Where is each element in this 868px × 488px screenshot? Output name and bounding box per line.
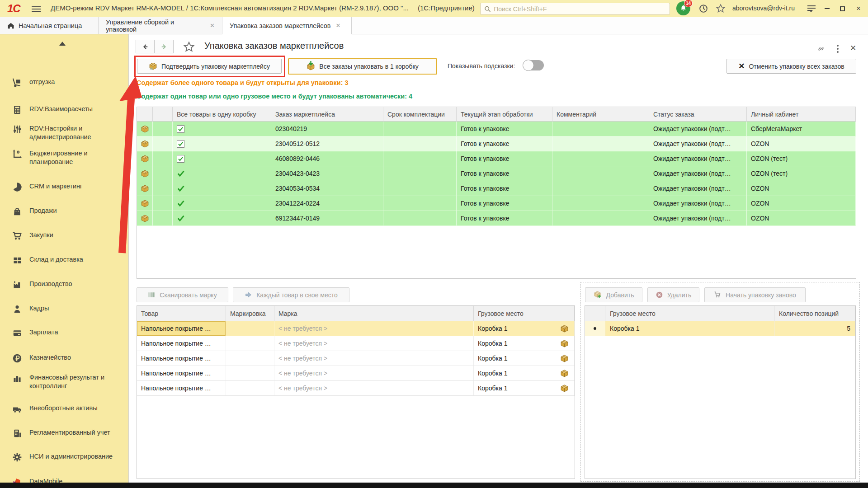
column-header[interactable]: Все товары в одну коробку <box>173 107 271 121</box>
tab-assembly[interactable]: Управление сборкой и упаковкой ✕ <box>99 17 222 34</box>
close-tab-icon[interactable]: ✕ <box>210 22 215 29</box>
sidebar-item-regulated[interactable]: Регламентированный учет <box>0 428 129 438</box>
item-row[interactable]: Напольное покрытие … < не требуется > Ко… <box>137 351 575 366</box>
window-title: ДЕМО-режим RDV Маркет RM-KA-MODEL / 1С:К… <box>51 4 475 12</box>
auto-pack-checkmark-icon <box>177 169 185 178</box>
minimize-button[interactable] <box>821 4 833 14</box>
get-link-icon[interactable] <box>816 44 826 53</box>
item-row[interactable]: Напольное покрытие … < не требуется > Ко… <box>137 381 575 396</box>
tab-packing[interactable]: Упаковка заказов маркетплейсов ✕ <box>222 17 352 34</box>
success-message: Содержат один товар или одно грузовое ме… <box>137 93 412 100</box>
order-row[interactable]: 23040512-0512 Готов к упаковке Ожидает у… <box>137 136 856 151</box>
column-header[interactable]: Личный кабинет <box>747 107 856 121</box>
close-window-button[interactable]: × <box>853 4 864 14</box>
sidebar-item-rdv-admin[interactable]: RDV:Настройки и администрирование <box>0 124 129 141</box>
cancel-all-packing-button[interactable]: ✕ Отменить упаковку всех заказов <box>726 59 856 74</box>
search-input[interactable] <box>494 5 666 13</box>
sidebar-item-purchases[interactable]: Закупки <box>0 231 129 241</box>
column-header[interactable]: Грузовое место <box>605 306 774 321</box>
sidebar-item-assets[interactable]: Внеоборотные активы <box>0 404 129 414</box>
restart-packing-button[interactable]: Начать упаковку заново <box>704 287 806 302</box>
user-email: aborovtsova@rdv-it.ru <box>732 5 795 12</box>
sidebar-item-otgruzka[interactable]: отгрузка <box>0 78 129 88</box>
pack-all-one-box-button[interactable]: Все заказы упаковать в 1 коробку <box>288 58 437 75</box>
grid-icon <box>12 255 22 265</box>
tab-home[interactable]: Начальная страница <box>0 17 99 34</box>
column-header[interactable]: Статус заказа <box>649 107 747 121</box>
item-row[interactable]: Напольное покрытие … < не требуется > Ко… <box>137 321 575 336</box>
global-search[interactable] <box>480 3 670 15</box>
sidebar-item-crm[interactable]: CRM и маркетинг <box>0 182 129 192</box>
orders-table: Все товары в одну коробку Заказ маркетпл… <box>137 107 856 279</box>
view-settings-icon[interactable] <box>807 5 816 12</box>
sliders-icon <box>12 124 22 134</box>
column-header[interactable]: Количество позиций <box>774 306 855 321</box>
box-green-arrow-icon <box>307 62 315 71</box>
box-icon <box>137 181 153 196</box>
order-row[interactable]: 23040534-0534 Готов к упаковке Ожидает у… <box>137 181 856 196</box>
favorites-star-icon[interactable] <box>716 4 726 14</box>
calculator-icon <box>12 105 22 115</box>
sidebar-item-sales[interactable]: Продажи <box>0 206 129 216</box>
item-row[interactable]: Напольное покрытие … < не требуется > Ко… <box>137 366 575 381</box>
sidebar-item-budgeting[interactable]: Бюджетирование и планирование <box>0 149 129 166</box>
datamobile-logo-icon <box>12 477 22 483</box>
person-icon <box>12 304 22 314</box>
scan-mark-button[interactable]: Сканировать марку <box>137 287 228 302</box>
more-menu-icon[interactable] <box>836 45 839 53</box>
package-row[interactable]: Коробка 1 5 <box>585 321 855 336</box>
column-header[interactable]: Комментарий <box>552 107 649 121</box>
sidebar-item-production[interactable]: Производство <box>0 280 129 290</box>
application-window: 1С ДЕМО-режим RDV Маркет RM-KA-MODEL / 1… <box>0 0 868 488</box>
sidebar-item-hr[interactable]: Кадры <box>0 304 129 314</box>
sidebar-item-datamobile[interactable]: DataMobile <box>0 477 129 483</box>
all-in-one-checkbox[interactable] <box>177 140 184 148</box>
sidebar-item-treasury[interactable]: Казначейство <box>0 353 129 363</box>
cash-register-icon <box>12 428 22 438</box>
column-header[interactable]: Срок комплектации <box>383 107 457 121</box>
confirm-packing-button[interactable]: Подтвердить упаковку маркетплейсу <box>137 59 282 74</box>
all-in-one-checkbox[interactable] <box>177 155 184 163</box>
column-header[interactable]: Товар <box>137 306 226 321</box>
item-row[interactable]: Напольное покрытие … < не требуется > Ко… <box>137 336 575 351</box>
hints-toggle[interactable] <box>523 60 544 70</box>
column-header[interactable]: Грузовое место <box>474 306 554 321</box>
back-button[interactable] <box>136 40 155 53</box>
order-row[interactable]: 69123447-0149 Готов к упаковке Ожидает у… <box>137 211 856 226</box>
show-hints-label: Показывать подсказки: <box>448 62 515 70</box>
sidebar-item-nsi[interactable]: НСИ и администрирование <box>0 452 129 462</box>
sidebar-scroll-up-icon[interactable] <box>59 38 66 46</box>
order-row[interactable]: 023040219 Готов к упаковке Ожидает упако… <box>137 122 856 136</box>
sidebar-item-salary[interactable]: Зарплата <box>0 328 129 338</box>
1c-logo: 1С <box>7 2 20 15</box>
sections-sidebar: отгрузка RDV:Взаиморасчеты RDV:Настройки… <box>0 34 129 483</box>
main-menu-icon[interactable] <box>32 5 41 12</box>
add-package-button[interactable]: Добавить <box>585 287 642 302</box>
history-icon[interactable] <box>698 4 708 14</box>
box-icon <box>137 136 153 151</box>
sidebar-item-warehouse[interactable]: Склад и доставка <box>0 255 129 265</box>
notifications-bell-icon[interactable]: 14 <box>676 1 690 15</box>
column-header[interactable]: Текущий этап обработки <box>457 107 552 121</box>
restore-button[interactable] <box>836 4 848 14</box>
column-header[interactable]: Заказ маркетплейса <box>271 107 383 121</box>
each-item-own-place-button[interactable]: Каждый товар в свое место <box>233 287 349 302</box>
order-row[interactable]: 23041224-0224 Готов к упаковке Ожидает у… <box>137 196 856 211</box>
close-tab-icon[interactable]: ✕ <box>336 22 341 29</box>
sidebar-item-rdv-settlements[interactable]: RDV:Взаиморасчеты <box>0 105 129 115</box>
delete-package-button[interactable]: Удалить <box>647 287 699 302</box>
box-plus-icon <box>594 291 602 299</box>
favorite-star-icon[interactable] <box>183 41 195 53</box>
order-row[interactable]: 23040423-0423 Готов к упаковке Ожидает у… <box>137 166 856 181</box>
column-header[interactable]: Маркировка <box>226 306 274 321</box>
factory-icon <box>12 280 22 290</box>
navigation-buttons <box>136 40 174 53</box>
forward-button[interactable] <box>155 40 174 53</box>
all-in-one-checkbox[interactable] <box>177 125 184 133</box>
order-row[interactable]: 46080892-0446 Готов к упаковке Ожидает у… <box>137 151 856 166</box>
column-header[interactable]: Марка <box>274 306 474 321</box>
items-table-header: Товар Маркировка Марка Грузовое место <box>137 306 575 321</box>
box-icon <box>554 381 575 395</box>
close-form-icon[interactable]: ✕ <box>850 43 856 53</box>
sidebar-item-finresult[interactable]: Финансовый результат и контроллинг <box>0 373 129 390</box>
